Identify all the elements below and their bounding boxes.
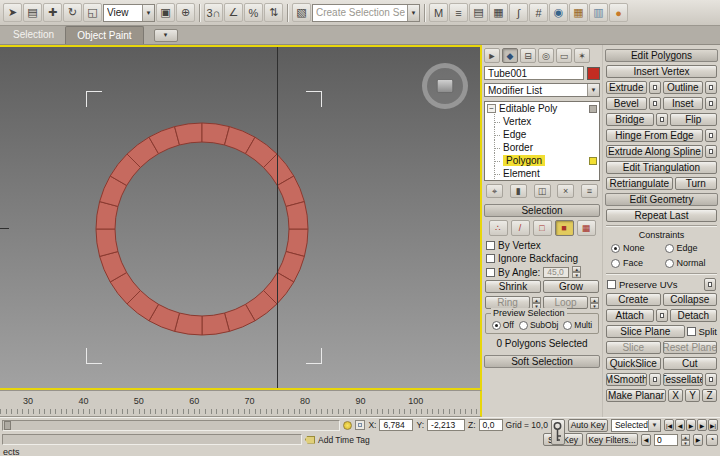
utilities-tab[interactable]: ✶ — [574, 48, 590, 63]
go-to-start-button[interactable]: |◀ — [664, 419, 674, 431]
inset-settings-button[interactable] — [705, 97, 717, 110]
select-and-rotate-icon[interactable]: ↻ — [63, 3, 82, 22]
render-production-icon[interactable]: ● — [609, 3, 628, 22]
make-planar-y-button[interactable]: Y — [685, 389, 700, 402]
mirror-icon[interactable]: M — [429, 3, 448, 22]
preview-off-radio[interactable]: Off — [492, 320, 514, 330]
stack-item-element[interactable]: Element — [485, 167, 599, 180]
percent-snap-icon[interactable]: % — [244, 3, 263, 22]
flip-button[interactable]: Flip — [670, 113, 718, 126]
remove-modifier-button[interactable]: × — [557, 184, 574, 198]
constraint-face-radio[interactable]: Face — [611, 258, 659, 268]
edit-named-selection-sets-icon[interactable]: ▧ — [292, 3, 311, 22]
vertex-mode-button[interactable]: ∴ — [489, 220, 508, 236]
pin-stack-button[interactable]: ⌖ — [486, 184, 503, 198]
modifier-list-dropdown[interactable]: Modifier List ▼ — [484, 83, 600, 97]
modify-tab[interactable]: ◆ — [502, 48, 518, 63]
next-frame-button[interactable]: ▶ — [697, 419, 707, 431]
preview-subobj-radio[interactable]: SubObj — [519, 320, 558, 330]
bridge-button[interactable]: Bridge — [606, 113, 654, 126]
angle-snap-icon[interactable]: ∠ — [224, 3, 243, 22]
ribbon-tab-selection[interactable]: Selection — [2, 26, 65, 44]
bevel-settings-button[interactable] — [649, 97, 661, 110]
bevel-button[interactable]: Bevel — [606, 97, 647, 110]
grow-button[interactable]: Grow — [543, 280, 599, 293]
go-to-end-button[interactable]: ▶| — [708, 419, 718, 431]
outline-button[interactable]: Outline — [663, 81, 704, 94]
adaptive-degradation-icon[interactable] — [343, 421, 352, 430]
element-mode-button[interactable]: ▦ — [577, 220, 596, 236]
tessellate-settings-button[interactable] — [705, 373, 717, 386]
configure-modifier-sets-button[interactable]: ≡ — [581, 184, 598, 198]
split-checkbox[interactable]: Split — [687, 326, 717, 337]
bridge-settings-button[interactable] — [656, 113, 668, 126]
ignore-backfacing-checkbox[interactable]: Ignore Backfacing — [486, 253, 598, 264]
select-and-move-icon[interactable]: ✚ — [43, 3, 62, 22]
time-slider-track[interactable] — [2, 420, 340, 431]
hierarchy-tab[interactable]: ⊟ — [520, 48, 536, 63]
cut-button[interactable]: Cut — [663, 357, 718, 370]
detach-button[interactable]: Detach — [670, 309, 718, 322]
make-planar-z-button[interactable]: Z — [702, 389, 717, 402]
preserve-uvs-settings-button[interactable] — [704, 278, 716, 291]
x-coordinate-field[interactable]: 6,784 — [379, 419, 413, 431]
turn-button[interactable]: Turn — [675, 177, 717, 190]
edge-mode-button[interactable]: / — [511, 220, 530, 236]
set-keys-button[interactable] — [551, 419, 565, 445]
create-button[interactable]: Create — [606, 293, 661, 306]
quickslice-button[interactable]: QuickSlice — [606, 357, 661, 370]
retriangulate-button[interactable]: Retriangulate — [606, 177, 673, 190]
collapse-icon[interactable]: − — [487, 104, 496, 113]
current-frame-field[interactable]: 0 — [654, 434, 678, 446]
motion-tab[interactable]: ◎ — [538, 48, 554, 63]
y-coordinate-field[interactable]: -2,213 — [427, 419, 465, 431]
constraint-edge-radio[interactable]: Edge — [665, 243, 713, 253]
repeat-last-button[interactable]: Repeat Last — [606, 209, 717, 222]
reference-coordinate-system-combo[interactable]: View▼ — [103, 4, 155, 22]
outline-settings-button[interactable] — [705, 81, 717, 94]
time-slider-handle[interactable] — [4, 421, 11, 430]
loop-spinner[interactable]: ▲▼ — [590, 297, 599, 309]
object-name-field[interactable]: Tube001 — [484, 66, 584, 80]
previous-key-button[interactable]: ◀ — [641, 434, 651, 446]
extrude-along-spline-settings-button[interactable] — [705, 145, 717, 158]
align-icon[interactable]: ≡ — [449, 3, 468, 22]
graphite-ribbon-icon[interactable]: ▦ — [489, 3, 508, 22]
edit-geometry-rollout-header[interactable]: Edit Geometry — [605, 193, 718, 206]
play-button[interactable]: ▶ — [686, 419, 696, 431]
extrude-settings-button[interactable] — [649, 81, 661, 94]
extrude-button[interactable]: Extrude — [606, 81, 647, 94]
ring-spinner[interactable]: ▲▼ — [532, 297, 541, 309]
ribbon-tab-object-paint[interactable]: Object Paint — [65, 26, 143, 44]
spinner-snap-icon[interactable]: ⇅ — [264, 3, 283, 22]
attach-button[interactable]: Attach — [606, 309, 654, 322]
select-object-icon[interactable]: ➤ — [3, 3, 22, 22]
render-setup-icon[interactable]: ▦ — [569, 3, 588, 22]
z-coordinate-field[interactable]: 0,0 — [479, 419, 503, 431]
slice-button[interactable]: Slice — [606, 341, 661, 354]
tube-object[interactable] — [0, 47, 480, 388]
reset-plane-button[interactable]: Reset Plane — [663, 341, 718, 354]
next-key-button[interactable]: ▶ — [693, 434, 703, 446]
extrude-along-spline-button[interactable]: Extrude Along Spline — [606, 145, 703, 158]
object-color-swatch[interactable] — [587, 67, 600, 80]
key-filters-button[interactable]: Key Filters... — [586, 433, 638, 446]
transform-typein-mode-icon[interactable] — [355, 420, 365, 430]
create-tab[interactable]: ► — [484, 48, 500, 63]
viewcube[interactable] — [422, 63, 468, 109]
auto-key-button[interactable]: Auto Key — [568, 419, 608, 432]
make-planar-button[interactable]: Make Planar — [606, 389, 666, 402]
material-editor-icon[interactable]: ◉ — [549, 3, 568, 22]
previous-frame-button[interactable]: ◀ — [675, 419, 685, 431]
border-mode-button[interactable]: □ — [533, 220, 552, 236]
track-bar[interactable]: 30405060708090100 — [0, 390, 482, 417]
selection-set-filter-combo[interactable]: Selected ▼ — [611, 419, 661, 432]
constraint-normal-radio[interactable]: Normal — [665, 258, 713, 268]
preserve-uvs-checkbox[interactable]: Preserve UVs — [607, 278, 716, 291]
msmooth-settings-button[interactable] — [649, 373, 661, 386]
stack-item-border[interactable]: Border — [485, 141, 599, 154]
polygon-mode-button[interactable]: ■ — [555, 220, 574, 236]
collapse-button[interactable]: Collapse — [663, 293, 718, 306]
soft-selection-rollout-header[interactable]: Soft Selection — [484, 355, 600, 368]
by-vertex-checkbox[interactable]: By Vertex — [486, 240, 598, 251]
